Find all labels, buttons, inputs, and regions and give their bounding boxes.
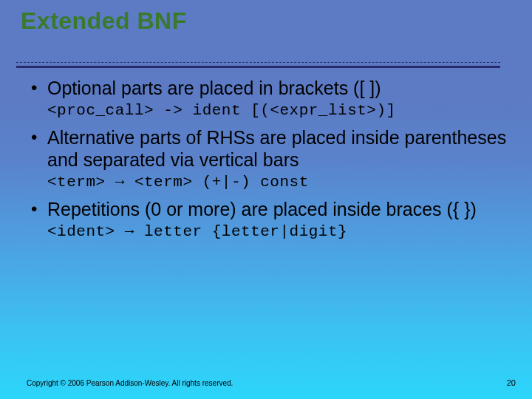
bullet-text: Alternative parts of RHSs are placed ins… [47,126,510,171]
code-block: <ident> → letter {letter|digit} [47,223,510,240]
list-item: Alternative parts of RHSs are placed ins… [27,126,510,171]
list-item: Repetitions (0 or more) are placed insid… [27,198,510,220]
slide-title: Extended BNF [21,7,187,35]
bullet-text: Repetitions (0 or more) are placed insid… [47,198,510,220]
slide: Extended BNF Optional parts are placed i… [0,0,532,399]
slide-content: Optional parts are placed in brackets ([… [27,77,510,248]
code-block: <proc_call> -> ident [(<expr_list>)] [47,102,510,119]
title-underline [16,62,500,68]
bullet-list: Optional parts are placed in brackets ([… [27,77,510,240]
code-block: <term> → <term> (+|-) const [47,174,510,191]
copyright-text: Copyright © 2006 Pearson Addison-Wesley.… [27,379,233,387]
list-item: Optional parts are placed in brackets ([… [27,77,510,99]
page-number: 20 [507,378,516,387]
bullet-text: Optional parts are placed in brackets ([… [47,77,510,99]
